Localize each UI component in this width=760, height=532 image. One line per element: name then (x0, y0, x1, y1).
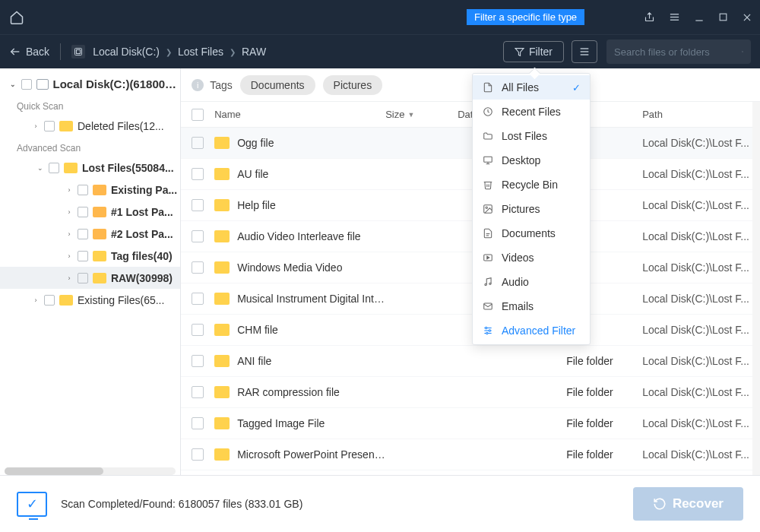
checkbox[interactable] (78, 207, 88, 217)
svg-point-33 (489, 330, 490, 331)
search-icon[interactable] (742, 46, 743, 58)
file-row[interactable]: Microsoft PowerPoint Presenta...File fol… (181, 439, 760, 470)
expand-icon[interactable]: › (30, 121, 41, 131)
tag-pill-pictures[interactable]: Pictures (323, 75, 383, 95)
checkbox[interactable] (78, 273, 88, 283)
video-icon (482, 252, 494, 264)
checkbox[interactable] (192, 230, 204, 242)
expand-icon[interactable]: › (64, 229, 74, 239)
toolbar: Back Local Disk(C:) ❯ Lost Files ❯ RAW F… (0, 34, 760, 68)
filter-option[interactable]: Audio (473, 270, 590, 294)
close-icon[interactable] (742, 12, 752, 23)
filter-option[interactable]: Pictures (473, 197, 590, 221)
file-row[interactable]: Help fileolderLocal Disk(C:)\Lost F... (181, 190, 760, 221)
share-icon[interactable] (644, 11, 655, 23)
checkbox[interactable] (192, 417, 204, 429)
checkbox[interactable] (192, 199, 204, 211)
checkbox[interactable] (49, 163, 59, 173)
checkbox[interactable] (192, 293, 204, 305)
tree-item[interactable]: ›Tag files(40) (0, 245, 180, 267)
sliders-icon (482, 325, 494, 337)
separator (60, 43, 61, 60)
col-size[interactable]: Size▼ (385, 109, 458, 120)
expand-icon[interactable]: ⌄ (35, 163, 46, 173)
checkbox[interactable] (192, 448, 204, 461)
expand-icon[interactable]: › (64, 273, 74, 283)
checkbox[interactable] (192, 261, 204, 274)
tree-item[interactable]: ›Existing Pa... (0, 179, 180, 201)
desktop-icon (482, 154, 494, 166)
maximize-icon[interactable] (718, 12, 728, 22)
expand-icon[interactable]: › (64, 207, 74, 217)
svg-marker-25 (487, 256, 489, 259)
svg-point-34 (486, 332, 488, 334)
expand-icon[interactable]: › (64, 185, 74, 195)
folder-icon (214, 168, 230, 180)
breadcrumb-item[interactable]: RAW (242, 46, 266, 58)
tree-root[interactable]: ⌄ Local Disk(C:)(6180057) (0, 73, 180, 95)
tree-item[interactable]: ›#2 Lost Pa... (0, 223, 180, 245)
checkbox[interactable] (78, 185, 88, 195)
checkbox[interactable] (192, 168, 204, 180)
checkbox[interactable] (192, 386, 204, 398)
filter-option[interactable]: Videos (473, 245, 590, 270)
checkbox[interactable] (44, 121, 55, 131)
back-button[interactable]: Back (9, 46, 49, 58)
back-label: Back (26, 46, 49, 58)
file-list: Ogg fileolderLocal Disk(C:)\Lost F...AU … (181, 128, 760, 475)
tag-pill-documents[interactable]: Documents (240, 75, 315, 95)
chevron-right-icon: ❯ (230, 48, 236, 56)
tree-item[interactable]: ›Deleted Files(12... (0, 115, 180, 137)
home-icon[interactable] (9, 10, 24, 25)
view-list-button[interactable] (572, 40, 597, 63)
file-row[interactable]: Ogg fileolderLocal Disk(C:)\Lost F... (181, 128, 760, 159)
file-row[interactable]: Tagged Image FileFile folderLocal Disk(C… (181, 408, 760, 439)
collapse-icon[interactable]: ⌄ (8, 79, 18, 90)
checkbox[interactable] (44, 295, 55, 306)
menu-icon[interactable] (669, 11, 680, 23)
filter-option[interactable]: Lost Files (473, 124, 590, 148)
file-row[interactable]: AU fileolderLocal Disk(C:)\Lost F... (181, 159, 760, 190)
tree-item[interactable]: ›Existing Files(65... (0, 289, 180, 311)
folder-icon (214, 324, 230, 336)
file-path: Local Disk(C:)\Lost F... (642, 324, 749, 336)
main-vscrollbar[interactable] (752, 102, 760, 475)
sidebar-hscrollbar[interactable] (5, 467, 176, 475)
file-row[interactable]: Musical Instrument Digital Inte...olderL… (181, 283, 760, 315)
checkbox[interactable] (78, 251, 88, 261)
filter-option[interactable]: Recycle Bin (473, 173, 590, 197)
filter-option[interactable]: Desktop (473, 148, 590, 173)
checkbox[interactable] (78, 229, 88, 239)
file-row[interactable]: RAR compression fileFile folderLocal Dis… (181, 377, 760, 408)
tree-item[interactable]: ›#1 Lost Pa... (0, 201, 180, 223)
search-box[interactable] (606, 40, 751, 64)
expand-icon[interactable]: › (64, 251, 74, 261)
breadcrumb-item[interactable]: Local Disk(C:) (93, 46, 160, 58)
recover-button[interactable]: Recover (633, 487, 743, 521)
file-row[interactable]: Windows Media VideoolderLocal Disk(C:)\L… (181, 252, 760, 283)
filter-option[interactable]: All Files✓ (473, 75, 590, 100)
search-input[interactable] (614, 46, 742, 58)
tree-label: Existing Pa... (111, 184, 177, 196)
col-name[interactable]: Name (214, 109, 385, 120)
filter-button[interactable]: Filter (503, 41, 564, 62)
info-icon[interactable]: i (192, 79, 204, 91)
checkbox[interactable] (21, 79, 32, 90)
file-row[interactable]: CHM fileolderLocal Disk(C:)\Lost F... (181, 315, 760, 346)
checkbox[interactable] (192, 324, 204, 336)
file-row[interactable]: Audio Video Interleave fileolderLocal Di… (181, 221, 760, 252)
file-row[interactable]: ANI fileFile folderLocal Disk(C:)\Lost F… (181, 346, 760, 377)
filter-option[interactable]: Advanced Filter (473, 318, 590, 343)
checkbox[interactable] (192, 355, 204, 367)
expand-icon[interactable]: › (30, 295, 41, 306)
tree-item[interactable]: ⌄Lost Files(55084... (0, 157, 180, 179)
minimize-icon[interactable] (694, 12, 705, 23)
filter-option[interactable]: Emails (473, 294, 590, 318)
checkbox[interactable] (192, 137, 204, 149)
breadcrumb-item[interactable]: Lost Files (178, 46, 223, 58)
filter-option[interactable]: Recent Files (473, 100, 590, 124)
select-all-checkbox[interactable] (192, 109, 204, 121)
filter-option[interactable]: Documents (473, 221, 590, 245)
tree-item[interactable]: ›RAW(30998) (0, 267, 180, 289)
col-path[interactable]: Path (642, 109, 749, 120)
